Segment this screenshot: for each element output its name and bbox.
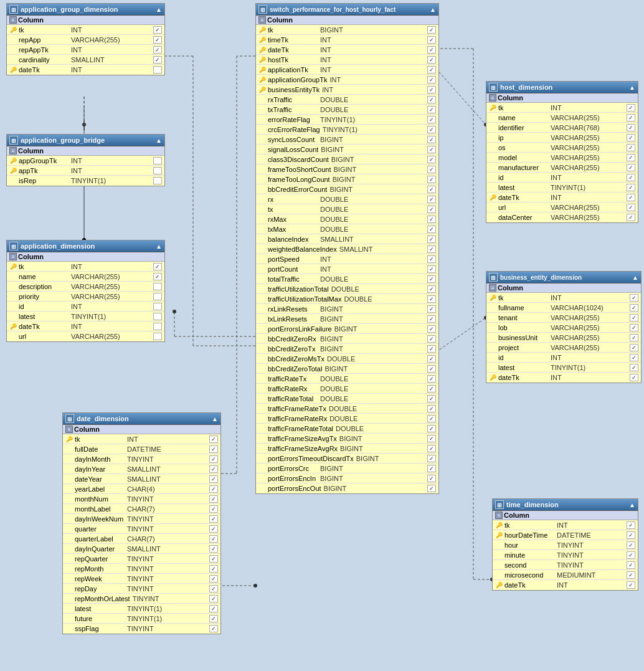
table-row: lob VARCHAR(255) [486,323,641,333]
table-row: 🔑 applicationTk INT [256,65,438,75]
table-row: portSpeed INT [256,254,438,264]
table-row: trafficFrameRateTotal DOUBLE [256,424,438,434]
check [427,226,436,233]
table-row: weightedBalanceIndex SMALLINT [256,244,438,254]
check [627,134,635,141]
table-row: totalTraffic DOUBLE [256,274,438,284]
check [427,255,436,263]
check [427,405,436,412]
col-icon-agd: ≡ [9,16,17,24]
check [427,355,436,363]
fk-icon: 🔑 [258,46,266,54]
fk-icon: 🔑 [495,581,503,589]
table-row: repQuarter TINYINT [63,554,220,564]
table-row: repMonth TINYINT [63,564,220,574]
table-row: 🔑 appTk INT [7,166,164,176]
fk-icon: 🔑 [489,374,496,381]
table-row: 🔑 tk INT [486,293,641,303]
table-row: syncLossCount BIGINT [256,135,438,145]
col-header-hd: ≡ Column [486,93,638,103]
table-row: businessUnit VARCHAR(255) [486,333,641,343]
fk-icon: 🔑 [9,157,17,164]
check [427,126,436,133]
table-row: trafficRateTx DOUBLE [256,374,438,384]
table-row: bbCreditZeroTx BIGINT [256,344,438,354]
check [630,304,638,312]
table-row: trafficFrameRateRx DOUBLE [256,414,438,424]
table-row: repApp VARCHAR(255) [7,35,164,45]
table-row: microsecond MEDIUMINT [493,570,638,580]
pk-icon: 🔑 [65,435,73,443]
check [209,485,218,493]
table-header-hd: ⊞ host_dimension ▲ [486,82,638,93]
fk-icon: 🔑 [489,194,496,201]
table-icon-ad: ⊞ [9,242,18,250]
table-row: cardinality SMALLINT [7,55,164,65]
pk-icon: 🔑 [489,294,496,302]
check [427,106,436,113]
check [153,26,162,34]
table-application-group-bridge: ⊞ application_group_bridge ▲ ≡ Column 🔑 … [6,134,165,186]
check [427,375,436,383]
table-row: dayInQuarter SMALLINT [63,544,220,554]
pk-icon: 🔑 [9,263,17,270]
check [209,605,218,612]
check [209,625,218,632]
table-row: url VARCHAR(255) [486,202,638,212]
table-row: model VARCHAR(255) [486,153,638,163]
table-row: frameTooShortCount BIGINT [256,164,438,174]
table-row: 🔑 dateTk INT [256,45,438,55]
table-row: future TINYINT(1) [63,614,220,624]
table-application-group-dimension: ⊞ application_group_dimension ▲ ≡ Column… [6,3,165,75]
sort-icon-sp: ▲ [430,6,436,13]
table-icon-td: ⊞ [495,500,504,509]
check [627,124,635,131]
table-row: 🔑 businessEntityTk INT [256,85,438,95]
check [627,194,635,201]
table-row: 🔑 dateTk INT [7,321,164,331]
check [427,36,436,44]
table-row: bbCreditZeroMsTx DOUBLE [256,354,438,364]
col-icon-dd: ≡ [65,426,73,433]
table-row: trafficFrameSizeAvgRx BIGINT [256,444,438,454]
col-icon-sp: ≡ [258,16,266,24]
check [627,164,635,171]
check [427,475,436,482]
check [153,46,162,54]
check [209,515,218,523]
table-row: 🔑 applicationGroupTk INT [256,75,438,85]
check [427,216,436,223]
table-title-agd: application_group_dimension [21,6,118,13]
table-host-dimension: ⊞ host_dimension ▲ ≡ Column 🔑 tk INT nam… [486,81,638,223]
table-row: quarter TINYINT [63,524,220,534]
table-title-dd: date_dimension [77,415,129,422]
check [209,495,218,503]
pk-icon: 🔑 [495,521,503,529]
check [209,545,218,553]
table-icon-sp: ⊞ [258,5,267,14]
table-row: dateYear SMALLINT [63,474,220,484]
check [209,585,218,592]
table-row: second TINYINT [493,560,638,570]
table-title-agb: application_group_bridge [21,136,105,144]
table-header-dd: ⊞ date_dimension ▲ [63,413,220,425]
check [427,415,436,422]
sort-icon-bed: ▲ [632,274,638,281]
table-row: crcErrorRateFlag TINYINT(1) [256,125,438,135]
table-row: os VARCHAR(255) [486,143,638,153]
check [153,313,162,320]
table-title-bed: business_entity_dimension [500,274,582,281]
check [153,293,162,300]
check [209,505,218,513]
check [427,315,436,323]
check [427,265,436,273]
check [427,96,436,103]
table-row: rxLinkResets BIGINT [256,304,438,314]
table-row: identifier VARCHAR(768) [486,123,638,133]
check [209,535,218,543]
svg-point-12 [173,310,176,313]
fk-icon: 🔑 [258,56,266,64]
table-row: portErrorsLinkFailure BIGINT [256,324,438,334]
table-row: name VARCHAR(255) [7,272,164,282]
check [427,385,436,393]
